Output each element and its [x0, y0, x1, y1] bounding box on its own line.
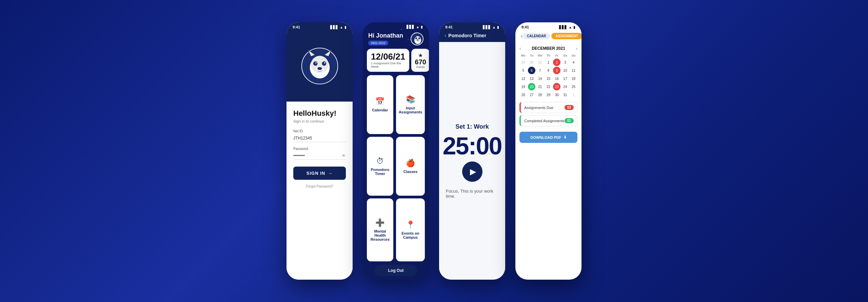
cal-day-18[interactable]: 18 — [570, 75, 577, 82]
cal-day-28[interactable]: 28 — [536, 91, 544, 99]
status-time-3: 9:41 — [445, 25, 453, 29]
cal-day-13[interactable]: 13 — [528, 75, 535, 82]
legend-assignments-due: Assignments Due 03 — [519, 102, 577, 113]
cal-day-6[interactable]: 6 — [528, 67, 535, 74]
cal-day-16[interactable]: 16 — [553, 75, 560, 82]
cal-day-31-prev[interactable]: 31 — [536, 59, 544, 66]
cal-day-4[interactable]: 4 — [570, 59, 577, 66]
battery-icon-3: ▮ — [497, 25, 499, 29]
cal-day-29-prev[interactable]: 29 — [519, 59, 527, 66]
menu-item-input-assignments[interactable]: 📚 Input Assignments — [396, 75, 425, 134]
cal-day-30[interactable]: 30 — [553, 91, 560, 99]
calendar-body: ‹ DECEMBER 2021 › Mo Tu We Th Fr Sa Su 2… — [515, 43, 581, 280]
menu-item-mental-health[interactable]: ➕ Mental Health Resources — [367, 198, 393, 261]
phone-calendar: 9:41 ▋▋▋ ▲ ▮ ‹ CALENDAR ASSIGNMENT ✦ ‹ D… — [515, 22, 581, 280]
battery-icon: ▮ — [344, 25, 347, 29]
mental-health-icon: ➕ — [375, 218, 384, 227]
eye-icon[interactable]: 👁 — [342, 153, 346, 158]
classes-icon: 🍎 — [406, 159, 415, 168]
download-pdf-button[interactable]: DOWNLOAD PDF ⬇ — [519, 132, 577, 143]
play-button[interactable]: ▶ — [462, 161, 482, 182]
star-dot-4 — [373, 43, 374, 43]
input-assignments-icon: 📚 — [406, 95, 415, 104]
prev-month-arrow[interactable]: ‹ — [519, 46, 521, 51]
cal-day-15[interactable]: 15 — [545, 75, 552, 82]
dashboard-header: Hi Jonathan 2021-2022 — [363, 30, 429, 49]
download-label: DOWNLOAD PDF — [530, 135, 561, 139]
status-bar-4: 9:41 ▋▋▋ ▲ ▮ — [515, 22, 581, 30]
legend-completed: Completed Assignments 01 — [519, 115, 577, 126]
forgot-password-link[interactable]: Forgot Password? — [293, 185, 346, 188]
cal-day-20[interactable]: 20 — [528, 83, 535, 90]
password-input[interactable] — [293, 152, 346, 160]
day-header-su: Su — [570, 53, 577, 58]
day-header-we: We — [536, 53, 544, 58]
tab-calendar[interactable]: CALENDAR — [523, 33, 550, 39]
cal-day-11[interactable]: 11 — [570, 67, 577, 74]
cal-day-12[interactable]: 12 — [519, 75, 527, 82]
svg-point-20 — [418, 37, 420, 39]
sign-in-button[interactable]: SIGN IN → — [293, 167, 346, 180]
cal-day-26[interactable]: 26 — [519, 91, 527, 99]
classes-label: Classes — [403, 170, 418, 174]
calendar-grid: Mo Tu We Th Fr Sa Su 29 30 31 1 2 3 4 5 … — [519, 53, 577, 99]
cal-day-8[interactable]: 8 — [545, 67, 552, 74]
dashboard-menu: 📅 Calendar 📚 Input Assignments ⏱ Pomodor… — [363, 75, 429, 261]
download-icon: ⬇ — [564, 135, 567, 139]
avatar-image — [411, 33, 423, 45]
tab-assignment[interactable]: ASSIGNMENT — [551, 33, 581, 39]
cal-day-1-next[interactable]: 1 — [570, 91, 577, 99]
menu-item-classes[interactable]: 🍎 Classes — [396, 137, 425, 196]
events-label: Events on Campus — [399, 231, 422, 239]
status-bar-1: 9:41 ▋▋▋ ▲ ▮ — [287, 22, 353, 30]
cal-day-21[interactable]: 21 — [536, 83, 544, 90]
menu-item-calendar[interactable]: 📅 Calendar — [367, 75, 393, 134]
logout-button[interactable]: Log Out — [375, 265, 417, 276]
signal-icon: ▋▋▋ — [330, 25, 338, 29]
svg-point-9 — [315, 62, 317, 64]
cal-day-31[interactable]: 31 — [561, 91, 569, 99]
cal-day-23[interactable]: 23 — [553, 83, 560, 90]
sign-in-subtitle: Sign in to continue — [293, 119, 346, 123]
menu-item-events[interactable]: 📍 Events on Campus — [396, 198, 425, 261]
cal-day-24[interactable]: 24 — [561, 83, 569, 90]
year-badge: 2021-2022 — [368, 41, 388, 45]
timer-content: Set 1: Work 25:00 ▶ Focus, This is your … — [439, 42, 505, 280]
cal-day-27[interactable]: 27 — [528, 91, 535, 99]
cal-day-29[interactable]: 29 — [545, 91, 552, 99]
cal-day-30-prev[interactable]: 30 — [528, 59, 535, 66]
star-dot-3 — [401, 29, 402, 30]
status-icons-3: ▋▋▋ ▲ ▮ — [483, 25, 499, 29]
star-icon: ★ — [418, 52, 423, 59]
cal-day-3[interactable]: 3 — [561, 59, 569, 66]
next-month-arrow[interactable]: › — [576, 46, 577, 51]
cal-day-5[interactable]: 5 — [519, 67, 527, 74]
cal-day-7[interactable]: 7 — [536, 67, 544, 74]
day-header-fr: Fr — [553, 53, 561, 58]
phone-pomodoro: 9:41 ▋▋▋ ▲ ▮ ‹ Pomodoro Timer Set 1: Wor… — [439, 22, 505, 280]
signal-icon-3: ▋▋▋ — [483, 25, 491, 29]
calendar-header: ‹ CALENDAR ASSIGNMENT ✦ — [515, 30, 581, 43]
back-arrow-icon[interactable]: ‹ — [445, 33, 446, 39]
svg-point-13 — [317, 67, 322, 70]
cal-day-19[interactable]: 19 — [519, 83, 527, 90]
cal-day-1[interactable]: 1 — [545, 59, 552, 66]
cal-day-25[interactable]: 25 — [570, 83, 577, 90]
hello-heading: HelloHusky! — [293, 109, 346, 118]
cal-day-17[interactable]: 17 — [561, 75, 569, 82]
menu-item-pomodoro[interactable]: ⏱ Pomodoro Timer — [367, 137, 393, 196]
pomodoro-label: Pomodoro Timer — [370, 168, 391, 176]
phone-login: 9:41 ▋▋▋ ▲ ▮ — [287, 22, 353, 280]
cal-day-9[interactable]: 9 — [553, 67, 560, 74]
day-header-tu: Tu — [528, 53, 536, 58]
net-id-input[interactable] — [293, 134, 346, 142]
cal-day-22[interactable]: 22 — [545, 83, 552, 90]
status-icons-4: ▋▋▋ ▲ ▮ — [559, 25, 575, 29]
focus-text: Focus, This is your work time. — [446, 189, 498, 199]
cal-day-10[interactable]: 10 — [561, 67, 569, 74]
cal-day-2[interactable]: 2 — [553, 59, 560, 66]
wifi-icon-2: ▲ — [416, 25, 419, 29]
cal-day-14[interactable]: 14 — [536, 75, 544, 82]
events-icon: 📍 — [406, 220, 415, 229]
husky-logo-icon — [301, 47, 338, 85]
